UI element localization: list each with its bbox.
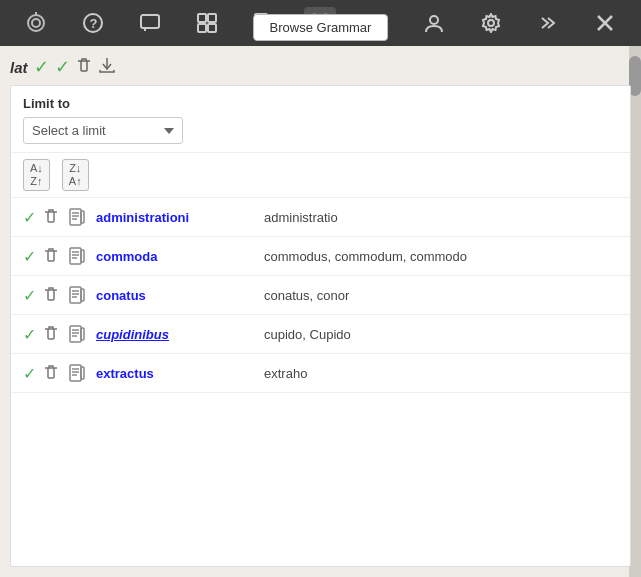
svg-rect-30 xyxy=(81,250,84,262)
sort-az-button[interactable]: A↓ Z↑ xyxy=(23,159,50,191)
svg-rect-26 xyxy=(70,248,81,264)
spiral-icon[interactable] xyxy=(20,7,52,39)
word-list: ✓ administrationi administratio xyxy=(11,198,630,558)
word-name-extractus[interactable]: extractus xyxy=(96,366,256,381)
word-name-conatus[interactable]: conatus xyxy=(96,288,256,303)
svg-rect-41 xyxy=(70,365,81,381)
table-row: ✓ extractus extraho xyxy=(11,354,630,393)
word-check-administrationi[interactable]: ✓ xyxy=(23,208,36,227)
lat-label: lat xyxy=(10,59,28,76)
word-def-conatus: conatus, conor xyxy=(264,288,618,303)
user-icon[interactable] xyxy=(418,7,450,39)
svg-rect-40 xyxy=(81,328,84,340)
svg-point-1 xyxy=(32,19,40,27)
limit-section: Limit to Select a limitNounVerbAdjective… xyxy=(11,86,630,153)
word-def-administrationi: administratio xyxy=(264,210,618,225)
table-row: ✓ commoda commodus, commodum, commod xyxy=(11,237,630,276)
close-icon[interactable] xyxy=(589,7,621,39)
limit-select[interactable]: Select a limitNounVerbAdjectiveAdverb xyxy=(23,117,183,144)
svg-rect-7 xyxy=(208,14,216,22)
limit-label: Limit to xyxy=(23,96,618,111)
svg-rect-8 xyxy=(198,24,206,32)
word-name-administrationi[interactable]: administrationi xyxy=(96,210,256,225)
svg-rect-5 xyxy=(141,15,159,28)
lat-row: lat ✓ ✓ xyxy=(10,56,116,78)
content-box: Limit to Select a limitNounVerbAdjective… xyxy=(10,85,631,567)
sort-row: A↓ Z↑ Z↓ A↑ xyxy=(11,153,630,198)
word-trash-cupidinibus[interactable] xyxy=(44,326,58,343)
svg-rect-9 xyxy=(208,24,216,32)
word-def-extractus: extraho xyxy=(264,366,618,381)
download-icon-lat[interactable] xyxy=(98,56,116,78)
svg-rect-6 xyxy=(198,14,206,22)
word-book-icon-cupidinibus xyxy=(66,323,88,345)
trash-icon-lat[interactable] xyxy=(76,57,92,77)
sort-za-button[interactable]: Z↓ A↑ xyxy=(62,159,89,191)
svg-text:?: ? xyxy=(90,16,98,31)
word-trash-administrationi[interactable] xyxy=(44,209,58,226)
word-check-conatus[interactable]: ✓ xyxy=(23,286,36,305)
word-book-icon-administrationi xyxy=(66,206,88,228)
svg-rect-21 xyxy=(70,209,81,225)
svg-rect-35 xyxy=(81,289,84,301)
forward-icon[interactable] xyxy=(532,7,564,39)
table-row: ✓ conatus conatus, conor xyxy=(11,276,630,315)
svg-rect-31 xyxy=(70,287,81,303)
word-check-cupidinibus[interactable]: ✓ xyxy=(23,325,36,344)
table-row: ✓ cupidinibus cupido, Cupido xyxy=(11,315,630,354)
word-name-commoda[interactable]: commoda xyxy=(96,249,256,264)
check-icon-2[interactable]: ✓ xyxy=(55,56,70,78)
word-trash-conatus[interactable] xyxy=(44,287,58,304)
svg-rect-45 xyxy=(81,367,84,379)
word-check-commoda[interactable]: ✓ xyxy=(23,247,36,266)
svg-point-17 xyxy=(488,20,494,26)
browse-grammar-button[interactable]: Browse Grammar xyxy=(253,14,389,41)
svg-rect-36 xyxy=(70,326,81,342)
table-row: ✓ administrationi administratio xyxy=(11,198,630,237)
word-check-extractus[interactable]: ✓ xyxy=(23,364,36,383)
svg-point-16 xyxy=(430,16,438,24)
help-icon[interactable]: ? xyxy=(77,7,109,39)
svg-point-0 xyxy=(28,15,44,31)
word-name-cupidinibus[interactable]: cupidinibus xyxy=(96,327,256,342)
network-icon[interactable] xyxy=(191,7,223,39)
settings-icon[interactable] xyxy=(475,7,507,39)
check-icon-1[interactable]: ✓ xyxy=(34,56,49,78)
word-book-icon-extractus xyxy=(66,362,88,384)
svg-rect-25 xyxy=(81,211,84,223)
word-trash-commoda[interactable] xyxy=(44,248,58,265)
comment-icon[interactable] xyxy=(134,7,166,39)
word-def-commoda: commodus, commodum, commodo xyxy=(264,249,618,264)
word-book-icon-commoda xyxy=(66,245,88,267)
word-def-cupidinibus: cupido, Cupido xyxy=(264,327,618,342)
word-trash-extractus[interactable] xyxy=(44,365,58,382)
word-book-icon-conatus xyxy=(66,284,88,306)
